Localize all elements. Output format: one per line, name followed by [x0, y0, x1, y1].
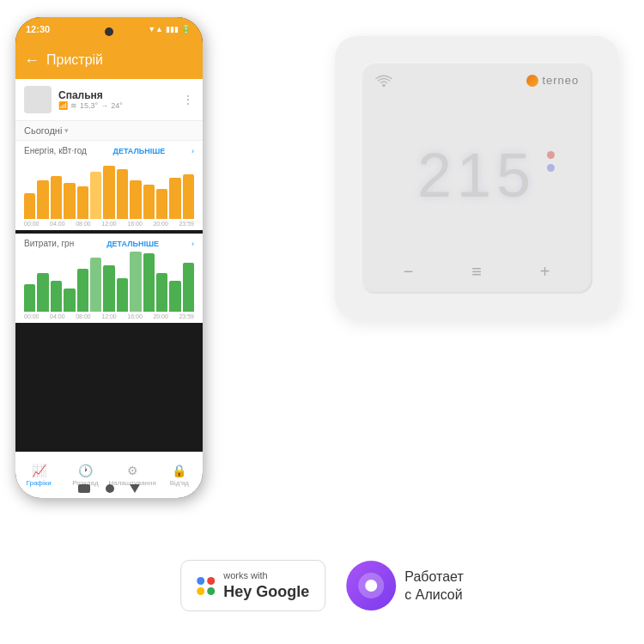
back-button[interactable]: ←: [24, 52, 39, 68]
bar-7: [103, 166, 114, 219]
bar-1: [24, 193, 35, 219]
status-time: 12:30: [26, 24, 50, 34]
energy-arrow-icon: ›: [191, 147, 194, 155]
cost-chart-section: Витрати, грн ДЕТАЛЬНІШЕ › 00:00: [15, 234, 203, 323]
bar-2: [37, 180, 48, 219]
device-thumbnail: [24, 86, 52, 113]
cost-arrow-icon: ›: [191, 240, 194, 248]
device-card[interactable]: Спальня 📶 ≋ 15,3° → 24° ⋮: [15, 79, 203, 121]
date-label: Сьогодні: [24, 125, 62, 136]
target-temp: 24°: [111, 101, 123, 110]
gbar-10: [143, 253, 155, 312]
google-dot-yellow: [197, 587, 204, 595]
menu-button[interactable]: ≡: [471, 262, 482, 282]
google-dot-green: [207, 587, 215, 595]
wifi-icon: 📶: [58, 101, 68, 110]
nav-item-graphs[interactable]: 📈 Графіки: [15, 453, 62, 498]
badges-row: works with Hey Google Работает с Алисой: [180, 560, 464, 611]
device-info: Спальня 📶 ≋ 15,3° → 24°: [58, 89, 175, 110]
google-badge: works with Hey Google: [180, 560, 325, 611]
alisa-badge: Работает с Алисой: [346, 561, 464, 611]
thermostat-device: terneo 215 − ≡ +: [335, 36, 618, 319]
current-temp: 15,3°: [80, 101, 98, 110]
cool-indicator-dot: [547, 164, 555, 172]
nav-item-away[interactable]: 🔒 Від'яд: [156, 453, 203, 498]
gbar-11: [156, 273, 167, 312]
works-with-label: works with: [223, 569, 309, 581]
gbar-5: [77, 269, 88, 312]
phone-hardware-buttons: [78, 484, 140, 493]
phone-camera: [105, 27, 113, 36]
gbar-12: [169, 281, 180, 312]
svg-point-0: [382, 83, 386, 87]
schedule-icon: 🕐: [78, 464, 93, 477]
cost-label: Витрати, грн: [24, 239, 74, 248]
gbar-8: [117, 278, 128, 312]
top-bar: ← Пристрій: [15, 41, 203, 79]
bar-3: [51, 176, 62, 219]
energy-chart-section: Енергія, кВт·год ДЕТАЛЬНІШЕ › 0: [15, 141, 203, 230]
nav-graphs-label: Графіки: [27, 479, 52, 487]
alisa-circle-icon: [346, 561, 396, 611]
terneo-logo-icon: [526, 75, 538, 87]
bar-8: [117, 169, 128, 219]
signal-icon: ≋: [70, 101, 77, 110]
bar-9: [130, 180, 141, 219]
energy-label: Енергія, кВт·год: [24, 146, 87, 155]
google-text: works with Hey Google: [223, 569, 309, 602]
bar-10: [143, 185, 155, 219]
status-icons: ▼▲ ▮▮▮ 🔋: [148, 25, 191, 33]
thermostat-inner-panel: terneo 215 − ≡ +: [361, 62, 593, 295]
terneo-brand: terneo: [526, 74, 579, 87]
back-hw-btn: [78, 484, 90, 493]
alisa-dot-icon: [365, 580, 377, 592]
alisa-line2: с Алисой: [404, 586, 464, 605]
bar-6: [90, 172, 101, 219]
cost-time-labels: 00:00 04:00 08:00 12:00 16:00 20:00 23:5…: [24, 313, 194, 319]
device-name: Спальня: [58, 89, 175, 101]
increase-button[interactable]: +: [540, 262, 550, 282]
hey-google-label: Hey Google: [223, 582, 309, 602]
google-dot-blue: [197, 577, 204, 585]
gbar-3: [51, 281, 62, 312]
heat-indicator-dot: [547, 151, 555, 159]
temp-display-wrap: 215: [417, 144, 536, 206]
date-row[interactable]: Сьогодні ▾: [15, 121, 203, 141]
chevron-down-icon: ▾: [64, 126, 69, 135]
bar-11: [156, 189, 167, 219]
decrease-button[interactable]: −: [404, 262, 414, 282]
gbar-7: [103, 265, 114, 312]
google-dot-red: [207, 577, 215, 585]
screen-title: Пристрій: [46, 52, 103, 68]
energy-chart-header: Енергія, кВт·год ДЕТАЛЬНІШЕ ›: [24, 146, 194, 155]
bar-4: [64, 183, 75, 219]
temp-indicator-dots: [547, 151, 555, 172]
gbar-6: [90, 258, 101, 312]
energy-time-labels: 00:00 04:00 08:00 12:00 16:00 20:00 23:5…: [24, 221, 194, 227]
arrow-icon: →: [100, 101, 108, 110]
thermostat-outer-casing: terneo 215 − ≡ +: [335, 36, 618, 319]
bar-12: [169, 178, 180, 219]
energy-detail-link[interactable]: ДЕТАЛЬНІШЕ: [113, 147, 166, 155]
bar-13: [183, 174, 194, 219]
alisa-inner-icon: [358, 573, 384, 598]
google-dots-icon: [197, 577, 215, 595]
alisa-text: Работает с Алисой: [404, 568, 464, 605]
thermostat-wifi-icon: [374, 74, 393, 88]
alisa-line1: Работает: [404, 568, 464, 586]
terneo-brand-name: terneo: [542, 74, 579, 87]
away-icon: 🔒: [172, 464, 186, 477]
cost-chart-header: Витрати, грн ДЕТАЛЬНІШЕ ›: [24, 239, 194, 248]
cost-detail-link[interactable]: ДЕТАЛЬНІШЕ: [106, 240, 159, 248]
thermostat-controls: − ≡ +: [374, 262, 580, 282]
settings-icon: ⚙: [127, 464, 138, 477]
graphs-icon: 📈: [32, 464, 46, 477]
dots-menu-icon[interactable]: ⋮: [182, 93, 194, 106]
phone-device: 12:30 ▼▲ ▮▮▮ 🔋 ← Пристрій Спальня 📶 ≋ 15…: [15, 17, 203, 498]
nav-away-label: Від'яд: [170, 479, 189, 487]
thermostat-top-row: terneo: [374, 74, 580, 88]
thermostat-temperature: 215: [417, 144, 536, 206]
phone-body: 12:30 ▼▲ ▮▮▮ 🔋 ← Пристрій Спальня 📶 ≋ 15…: [15, 17, 203, 498]
cost-bar-chart: [24, 252, 194, 312]
recents-hw-btn: [130, 484, 140, 493]
